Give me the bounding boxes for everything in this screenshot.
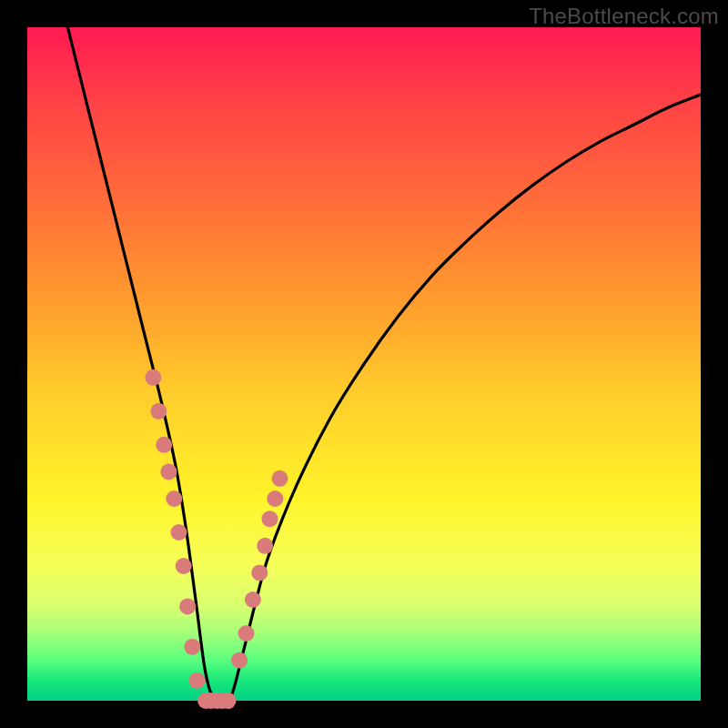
- marker-left: [160, 463, 177, 480]
- marker-right: [251, 564, 268, 581]
- marker-bottom: [220, 693, 237, 709]
- marker-left: [188, 672, 205, 689]
- chart-svg: [27, 27, 701, 701]
- marker-right: [272, 470, 288, 487]
- marker-left: [156, 437, 172, 453]
- watermark-text: TheBottleneck.com: [529, 4, 719, 29]
- chart-frame: TheBottleneck.com: [0, 0, 728, 728]
- marker-left: [179, 598, 196, 614]
- marker-left: [184, 639, 200, 655]
- marker-right: [231, 652, 248, 669]
- marker-left: [145, 369, 161, 386]
- marker-left: [176, 558, 192, 574]
- marker-right: [261, 511, 278, 527]
- marker-left: [150, 403, 167, 420]
- chart-plot-area: [27, 27, 701, 701]
- marker-right: [238, 625, 255, 642]
- marker-right: [257, 538, 273, 554]
- marker-right: [267, 490, 283, 507]
- bottleneck-curve-line: [67, 27, 701, 706]
- marker-right: [245, 592, 261, 608]
- marker-left: [171, 524, 187, 541]
- marker-left: [166, 490, 182, 507]
